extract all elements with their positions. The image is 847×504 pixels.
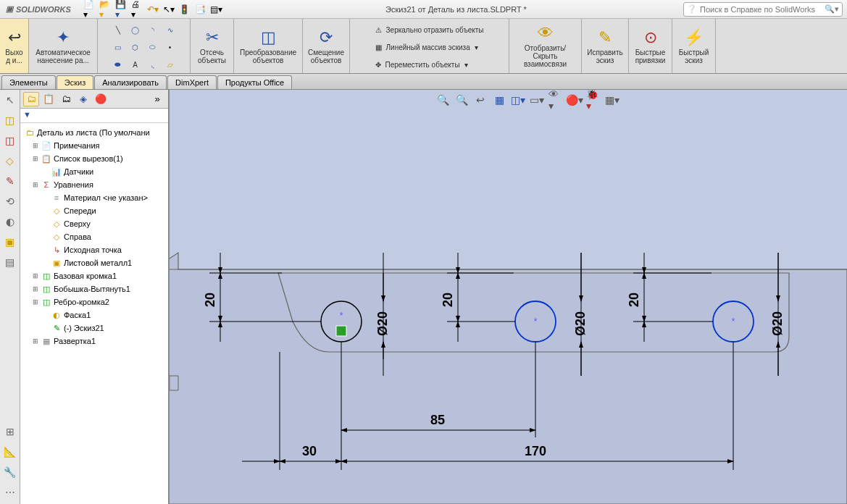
help-search[interactable]: ❔ 🔍▾ — [683, 2, 843, 17]
vtool-5-icon[interactable]: ✎ — [3, 174, 17, 188]
tree-item-1[interactable]: ⊞📋Список вырезов(1) — [22, 152, 167, 165]
fillet-tool-icon[interactable]: ◟ — [145, 56, 161, 72]
vtool-6-icon[interactable]: ⟲ — [3, 194, 17, 209]
tree-twisty-icon[interactable]: ⊞ — [32, 337, 39, 345]
convert-button[interactable]: ◫ Преобразование объектов — [234, 19, 303, 73]
smart-dimension-button[interactable]: ✦ Автоматическое нанесение ра... — [29, 19, 98, 73]
relations-button[interactable]: 👁 Отобразить/Скрыть взаимосвязи — [509, 19, 582, 73]
tree-item-10[interactable]: ⊞◫Базовая кромка1 — [22, 269, 167, 282]
vtool-3-icon[interactable]: ◫ — [3, 133, 17, 148]
fm-tab-dim-icon[interactable]: ◈ — [75, 92, 91, 106]
vtool-1-icon[interactable]: ↖ — [3, 93, 17, 107]
tree-item-11[interactable]: ⊞◫Бобышка-Вытянуть1 — [22, 282, 167, 295]
tree-twisty-icon[interactable]: ⊞ — [32, 142, 39, 149]
fm-filter-row[interactable]: ▼ — [20, 109, 168, 123]
tree-item-2[interactable]: 📊Датчики — [22, 165, 167, 178]
tree-item-14[interactable]: ✎(-) Эскиз21 — [22, 322, 167, 335]
tab-features[interactable]: Элементы — [1, 75, 56, 89]
qat-select-icon[interactable]: ↖▾ — [162, 3, 175, 16]
dim-170[interactable]: 170 — [525, 444, 546, 458]
tree-item-8[interactable]: ↳Исходная точка — [22, 243, 167, 256]
qat-extra-icon[interactable]: ▤▾ — [210, 3, 223, 16]
qat-print-icon[interactable]: 🖨▾ — [130, 3, 143, 16]
dim-20-3[interactable]: 20 — [627, 293, 641, 307]
fm-tab-tree-icon[interactable]: 🗂 — [23, 92, 39, 106]
qat-open-icon[interactable]: 📂▾ — [99, 3, 112, 16]
sketch-canvas[interactable]: * * * 20 Ø20 20 — [170, 90, 847, 504]
vtool-4-icon[interactable]: ◇ — [3, 154, 17, 168]
qat-new-icon[interactable]: 📄▾ — [83, 3, 96, 16]
slot-tool-icon[interactable]: ⬬ — [110, 56, 126, 72]
trim-button[interactable]: ✂ Отсечь объекты — [191, 19, 234, 73]
plane-tool-icon[interactable]: ▱ — [162, 56, 178, 72]
repair-button[interactable]: ✎ Исправить эскиз — [582, 19, 629, 73]
search-submit-icon[interactable]: 🔍▾ — [825, 4, 839, 14]
vtool-9-icon[interactable]: ▤ — [3, 255, 17, 269]
tree-item-15[interactable]: ⊞▦Развертка1 — [22, 335, 167, 348]
rapid-sketch-button[interactable]: ⚡ Быстрый эскиз — [672, 19, 716, 73]
exit-sketch-button[interactable]: ↩ Выхо д и... — [0, 19, 29, 73]
search-input[interactable] — [700, 5, 822, 14]
tree-item-7[interactable]: ◇Справа — [22, 230, 167, 243]
vtool-7-icon[interactable]: ◐ — [3, 214, 17, 229]
ellipse-tool-icon[interactable]: ⬭ — [145, 39, 161, 55]
offset-button[interactable]: ⟳ Смещение объектов — [303, 19, 350, 73]
vtool-b3-icon[interactable]: 🔧 — [3, 465, 17, 479]
text-tool-icon[interactable]: A — [128, 56, 143, 72]
qat-undo-icon[interactable]: ↶▾ — [146, 3, 159, 16]
tree-item-9[interactable]: ▣Листовой металл1 — [22, 256, 167, 269]
tree-twisty-icon[interactable]: ⊞ — [32, 155, 39, 162]
point-tool-icon[interactable]: • — [162, 39, 178, 55]
dim-30[interactable]: 30 — [302, 444, 317, 458]
tree-item-3[interactable]: ⊞ΣУравнения — [22, 178, 167, 191]
dim-dia-3[interactable]: Ø20 — [770, 311, 785, 336]
center-point-1[interactable]: * — [340, 311, 343, 321]
center-point-3[interactable]: * — [732, 316, 735, 327]
part-flange-face[interactable] — [278, 273, 789, 352]
tree-item-4[interactable]: ≡Материал <не указан> — [22, 191, 167, 204]
center-point-2[interactable]: * — [534, 316, 538, 327]
rect-tool-icon[interactable]: ▭ — [110, 39, 126, 55]
arc-tool-icon[interactable]: ◝ — [145, 22, 161, 38]
dim-20-1[interactable]: 20 — [203, 293, 217, 307]
tree-item-0[interactable]: ⊞📄Примечания — [22, 139, 167, 152]
graphics-viewport[interactable]: 🔍 🔍 ↩ ▦ ◫▾ ▭▾ 👁▾ 🔴▾ 🐞▾ ▦▾ — [170, 90, 847, 504]
fm-tab-config-icon[interactable]: 🗂 — [58, 92, 74, 106]
tab-sketch[interactable]: Эскиз — [57, 75, 93, 89]
tab-evaluate[interactable]: Анализировать — [94, 75, 167, 89]
mirror-button[interactable]: ⚠Зеркально отразить объекты — [373, 22, 486, 38]
qat-options-icon[interactable]: 📑 — [194, 3, 207, 16]
tree-item-6[interactable]: ◇Сверху — [22, 217, 167, 230]
vtool-8-icon[interactable]: ▣ — [3, 235, 17, 249]
tab-office[interactable]: Продукты Office — [217, 75, 292, 89]
poly-tool-icon[interactable]: ⬡ — [128, 39, 143, 55]
tab-dimxpert[interactable]: DimXpert — [167, 75, 217, 89]
qat-rebuild-icon[interactable]: 🚦 — [178, 3, 191, 16]
fm-tab-render-icon[interactable]: 🔴 — [93, 92, 109, 106]
line-tool-icon[interactable]: ╲ — [110, 22, 126, 38]
snaps-button[interactable]: ⊙ Быстрые привязки — [629, 19, 672, 73]
tree-root[interactable]: 🗀 Деталь из листа (По умолчани — [22, 126, 167, 139]
tree-item-5[interactable]: ◇Спереди — [22, 204, 167, 217]
vtool-b2-icon[interactable]: 📐 — [3, 445, 17, 459]
coincident-relation-icon[interactable] — [336, 326, 346, 336]
spline-tool-icon[interactable]: ∿ — [162, 22, 178, 38]
pattern-button[interactable]: ▦Линейный массив эскиза▾ — [373, 39, 486, 55]
tree-item-13[interactable]: ◐Фаска1 — [22, 308, 167, 322]
dim-dia-1[interactable]: Ø20 — [375, 311, 390, 336]
tree-item-12[interactable]: ⊞◫Ребро-кромка2 — [22, 295, 167, 308]
tree-twisty-icon[interactable]: ⊞ — [32, 298, 39, 306]
move-button[interactable]: ✥Переместить объекты▾ — [373, 56, 486, 72]
circle-tool-icon[interactable]: ◯ — [128, 22, 143, 38]
fm-tab-prop-icon[interactable]: 📋 — [41, 92, 57, 106]
vtool-2-icon[interactable]: ◫ — [3, 113, 17, 127]
dim-20-2[interactable]: 20 — [441, 293, 455, 307]
fm-expand-icon[interactable]: » — [149, 92, 165, 106]
dim-dia-2[interactable]: Ø20 — [573, 311, 588, 336]
vtool-b4-icon[interactable]: ⋯ — [3, 485, 17, 500]
vtool-b1-icon[interactable]: ⊞ — [3, 424, 17, 439]
tree-twisty-icon[interactable]: ⊞ — [32, 181, 39, 188]
dim-85[interactable]: 85 — [430, 413, 445, 427]
tree-twisty-icon[interactable]: ⊞ — [32, 272, 39, 280]
qat-save-icon[interactable]: 💾▾ — [114, 3, 128, 16]
